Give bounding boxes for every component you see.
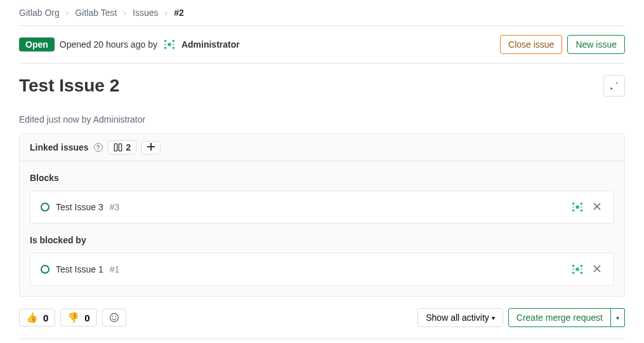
svg-rect-6 [173, 44, 174, 45]
linked-issue-ref: #3 [110, 202, 120, 212]
linked-issue-name: Test Issue 1 [56, 264, 103, 274]
linked-issue-name: Test Issue 3 [56, 202, 103, 212]
new-issue-button[interactable]: New issue [567, 35, 625, 54]
edited-note: Edited just now by Administrator [19, 97, 625, 133]
author-link[interactable]: Administrator [181, 39, 240, 50]
status-badge: Open [19, 37, 55, 51]
remove-link-button[interactable] [591, 262, 603, 276]
help-icon[interactable]: ? [94, 143, 103, 152]
svg-point-4 [173, 47, 175, 50]
blocked-by-group-title: Is blocked by [30, 235, 614, 245]
breadcrumb-item-issues[interactable]: Issues [133, 8, 158, 18]
linked-count-pill: 2 [108, 140, 137, 154]
add-linked-issue-button[interactable] [141, 141, 161, 154]
thumbs-up-icon: 👍 [26, 312, 38, 323]
smiley-icon [109, 313, 119, 323]
avatar[interactable] [570, 262, 584, 276]
activity-filter-dropdown[interactable]: Show all activity ▾ [417, 308, 503, 327]
svg-rect-7 [114, 144, 117, 151]
chevron-right-icon: › [165, 8, 168, 18]
blocks-group-title: Blocks [30, 173, 614, 183]
svg-point-24 [112, 316, 113, 317]
linked-issue-ref: #1 [110, 264, 120, 274]
add-reaction-button[interactable] [102, 309, 126, 326]
edit-title-button[interactable] [603, 75, 625, 97]
svg-point-3 [164, 47, 167, 50]
create-merge-request-dropdown[interactable]: ▾ [611, 308, 625, 327]
svg-point-23 [110, 314, 118, 322]
thumbs-down-button[interactable]: 👎 0 [60, 309, 96, 326]
svg-rect-5 [165, 44, 166, 45]
breadcrumb: Gitlab Org › Gitlab Test › Issues › #2 [19, 0, 625, 25]
svg-rect-22 [581, 269, 582, 270]
open-status-icon [41, 265, 49, 274]
svg-point-18 [581, 265, 583, 267]
svg-point-9 [575, 205, 579, 209]
svg-point-11 [581, 203, 583, 205]
linked-issue-row[interactable]: Test Issue 1 #1 [30, 253, 614, 286]
linked-issues-header: Linked issues ? 2 [20, 134, 624, 161]
svg-rect-15 [581, 206, 582, 208]
svg-point-16 [575, 267, 579, 271]
svg-point-20 [581, 272, 583, 274]
close-issue-button[interactable]: Close issue [500, 35, 562, 54]
svg-point-12 [572, 210, 575, 212]
remove-link-button[interactable] [591, 200, 603, 214]
svg-point-17 [572, 265, 575, 267]
svg-point-2 [173, 40, 175, 43]
chevron-down-icon: ▾ [492, 314, 495, 321]
avatar[interactable] [570, 200, 584, 214]
create-merge-request-button[interactable]: Create merge request [508, 308, 611, 327]
svg-point-25 [115, 316, 116, 317]
svg-point-1 [164, 40, 167, 43]
activity-row: 👍 0 👎 0 Show all activity ▾ Create merge… [19, 297, 625, 339]
svg-rect-8 [119, 144, 121, 151]
divider [19, 339, 625, 339]
chevron-right-icon: › [123, 8, 126, 18]
issue-header: Open Opened 20 hours ago by Administrato… [19, 26, 625, 63]
issue-icon [114, 143, 122, 152]
svg-point-19 [572, 272, 575, 274]
issue-title: Test Issue 2 [19, 76, 119, 96]
pencil-icon [609, 81, 619, 91]
avatar[interactable] [162, 37, 176, 51]
plus-icon [147, 143, 155, 151]
breadcrumb-item-current: #2 [174, 8, 184, 18]
svg-rect-14 [573, 206, 574, 208]
breadcrumb-item-org[interactable]: Gitlab Org [19, 8, 60, 18]
breadcrumb-item-project[interactable]: Gitlab Test [75, 8, 117, 18]
chevron-right-icon: › [66, 8, 69, 18]
thumbs-down-icon: 👎 [67, 312, 79, 323]
svg-point-10 [572, 203, 575, 205]
chevron-down-icon: ▾ [616, 314, 619, 321]
svg-point-13 [581, 210, 583, 212]
svg-point-0 [168, 43, 171, 46]
open-status-icon [41, 203, 49, 212]
thumbs-up-button[interactable]: 👍 0 [19, 309, 55, 326]
linked-issues-card: Linked issues ? 2 Blocks Test Issue 3 #3 [19, 133, 625, 297]
close-icon [593, 203, 601, 210]
opened-text: Opened 20 hours ago by [60, 39, 157, 50]
linked-issue-row[interactable]: Test Issue 3 #3 [30, 191, 614, 224]
linked-issues-title: Linked issues [30, 142, 89, 152]
close-icon [593, 265, 601, 272]
svg-rect-21 [573, 269, 574, 270]
